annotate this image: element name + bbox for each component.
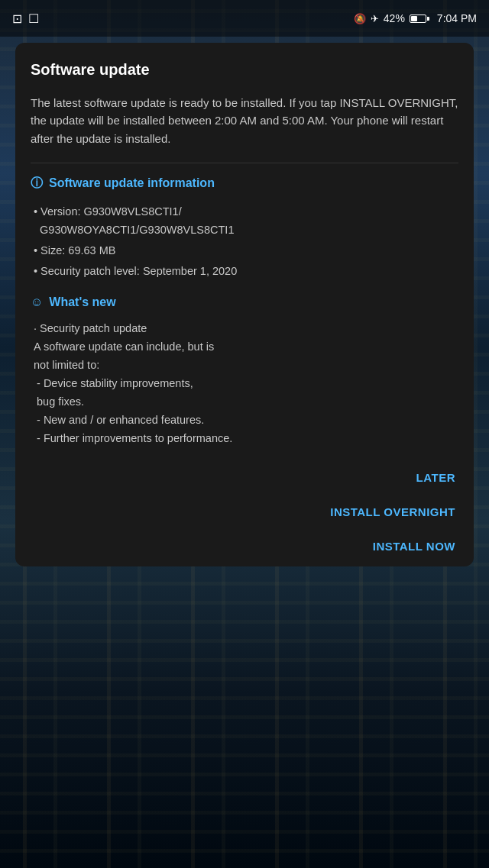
install-overnight-button[interactable]: INSTALL OVERNIGHT [318, 495, 468, 529]
status-right-icons: 🔕 ✈ 42% 7:04 PM [354, 12, 477, 24]
dialog-body-text: The latest software update is ready to b… [31, 94, 458, 147]
info-section-label: Software update information [49, 176, 215, 190]
status-bar: ⊡ ☐ 🔕 ✈ 42% 7:04 PM [0, 0, 489, 37]
status-left-icons: ⊡ ☐ [12, 11, 39, 26]
dialog-buttons: LATER INSTALL OVERNIGHT INSTALL NOW [15, 454, 474, 566]
whats-new-content: · Security patch update A software updat… [31, 320, 458, 447]
airplane-icon: ✈ [371, 13, 379, 24]
whats-new-header: ☺ What's new [31, 295, 458, 309]
whats-new-label: What's new [49, 295, 115, 309]
info-list: • Version: G930W8VLS8CTI1/ G930W8OYA8CTI… [31, 202, 458, 281]
battery-icon [410, 15, 429, 23]
install-now-button[interactable]: INSTALL NOW [361, 529, 468, 563]
info-item-size: • Size: 69.63 MB [34, 241, 458, 260]
later-button[interactable]: LATER [404, 460, 468, 495]
whats-new-icon: ☺ [31, 295, 43, 309]
info-item-security-patch: • Security patch level: September 1, 202… [34, 262, 458, 281]
battery-percent: 42% [384, 12, 405, 24]
dialog-title: Software update [31, 61, 458, 79]
dialog-content: Software update The latest software upda… [15, 43, 474, 448]
mute-icon: 🔕 [354, 13, 366, 24]
divider-1 [31, 163, 458, 163]
alarm-icon: ⊡ [12, 11, 22, 26]
info-icon: ⓘ [31, 176, 43, 192]
time-display: 7:04 PM [437, 12, 477, 24]
messages-icon: ☐ [28, 11, 39, 26]
info-item-version: • Version: G930W8VLS8CTI1/ G930W8OYA8CTI… [34, 202, 458, 240]
whats-new-section: ☺ What's new · Security patch update A s… [31, 295, 458, 447]
software-update-dialog: Software update The latest software upda… [15, 43, 474, 566]
info-section-header: ⓘ Software update information [31, 176, 458, 192]
